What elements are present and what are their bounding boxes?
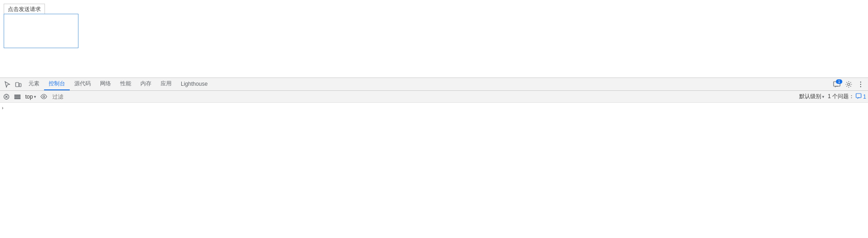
console-content[interactable]: › [0,103,868,238]
inspect-element-icon[interactable] [2,79,13,90]
devtools-panel: 元素 控制台 源代码 网络 性能 内存 应用 Lighthouse [0,78,868,238]
svg-rect-10 [15,98,20,99]
tab-performance[interactable]: 性能 [116,78,136,90]
message-badge-count: 1 [836,79,842,84]
context-top-label: top [25,94,33,100]
tab-application[interactable]: 应用 [156,78,176,90]
default-levels-label: 默认级别 [799,93,821,100]
device-toolbar-icon[interactable] [13,79,24,90]
devtools-right-icons: 1 [831,79,866,90]
context-selector[interactable]: top ▾ [24,93,38,100]
svg-rect-8 [15,95,20,96]
input-box[interactable] [4,14,78,48]
settings-icon[interactable] [843,79,854,90]
console-right-controls: 默认级别 ▾ 1 个问题： 1 [798,92,866,101]
svg-rect-12 [856,94,861,98]
console-toolbar: top ▾ 默认级别 ▾ 1 个问题： [0,91,868,103]
default-levels-arrow: ▾ [822,94,824,99]
tab-network[interactable]: 网络 [95,78,116,90]
tab-console[interactable]: 控制台 [44,78,70,90]
console-messages-icon[interactable]: 1 [831,79,842,90]
svg-point-5 [860,83,861,84]
svg-rect-1 [19,83,21,87]
console-chevron-icon[interactable]: › [2,105,3,111]
tab-memory[interactable]: 内存 [136,78,156,90]
tab-elements[interactable]: 元素 [24,78,44,90]
eye-icon[interactable] [39,92,49,101]
svg-point-3 [848,83,850,85]
page-area: 点击发送请求 [0,0,868,78]
filter-input[interactable] [50,92,796,101]
default-levels-selector[interactable]: 默认级别 ▾ [798,92,826,101]
clear-console-icon[interactable] [2,92,11,101]
tab-lighthouse[interactable]: Lighthouse [176,78,212,90]
svg-rect-0 [16,83,19,87]
svg-point-4 [860,81,861,82]
issues-text: 1 个问题： [828,93,854,100]
tab-source[interactable]: 源代码 [70,78,95,90]
devtools-tab-bar: 元素 控制台 源代码 网络 性能 内存 应用 Lighthouse [0,78,868,91]
svg-point-6 [860,86,861,87]
tab-list: 元素 控制台 源代码 网络 性能 内存 应用 Lighthouse [24,78,831,90]
issues-icon [856,93,862,100]
console-first-row: › [0,103,868,114]
svg-rect-9 [15,96,20,97]
issues-count-number: 1 [863,94,866,100]
console-settings-icon[interactable] [13,92,22,101]
context-selector-arrow: ▾ [34,94,36,99]
more-options-icon[interactable] [855,79,866,90]
issues-count-display: 1 个问题： 1 [828,93,866,100]
svg-point-11 [43,96,45,98]
